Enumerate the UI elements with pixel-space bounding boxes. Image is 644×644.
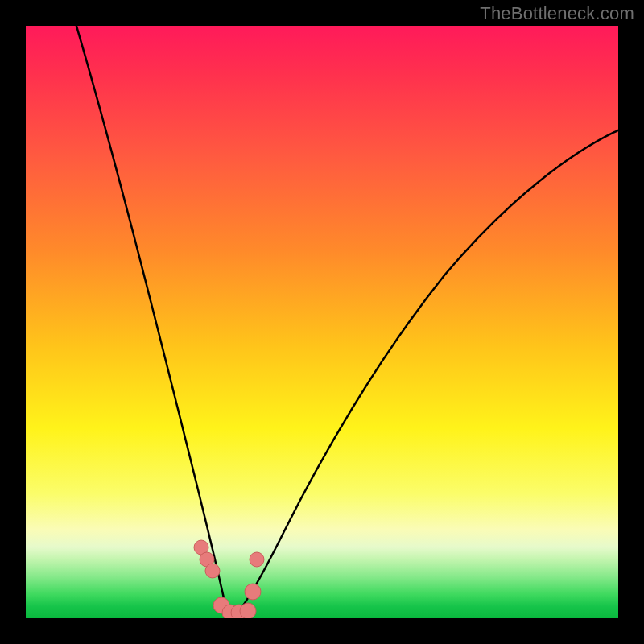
watermark-text: TheBottleneck.com (480, 3, 634, 24)
marker-dot (245, 584, 261, 600)
curve-layer (26, 26, 618, 618)
plot-area (26, 26, 618, 618)
chart-frame: TheBottleneck.com (0, 0, 644, 644)
marker-dot (240, 603, 256, 618)
curve-right-branch (232, 129, 618, 618)
marker-dot (250, 552, 264, 567)
marker-group (194, 540, 264, 618)
marker-dot (205, 564, 220, 578)
curve-left-branch (74, 26, 232, 618)
